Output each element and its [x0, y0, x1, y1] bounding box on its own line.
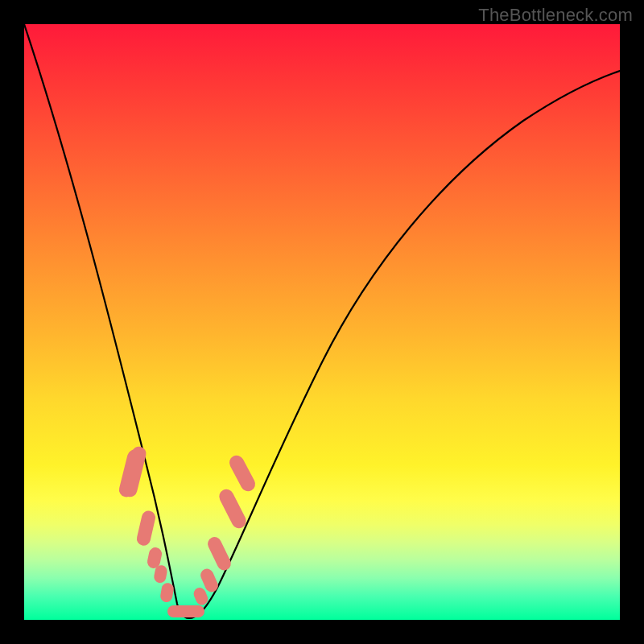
svg-rect-9	[205, 535, 233, 572]
bottleneck-curve	[24, 24, 620, 618]
svg-rect-10	[217, 487, 249, 531]
svg-rect-6	[167, 605, 204, 617]
svg-rect-11	[227, 453, 258, 494]
chart-svg	[24, 24, 620, 620]
svg-rect-2	[135, 510, 156, 547]
blob-group-left	[118, 445, 175, 603]
plot-area	[24, 24, 620, 620]
blob-group-bottom	[167, 605, 204, 617]
svg-rect-5	[159, 582, 175, 603]
blob-group-right	[192, 453, 258, 607]
watermark-text: TheBottleneck.com	[478, 5, 633, 26]
outer-frame: TheBottleneck.com	[0, 0, 644, 644]
